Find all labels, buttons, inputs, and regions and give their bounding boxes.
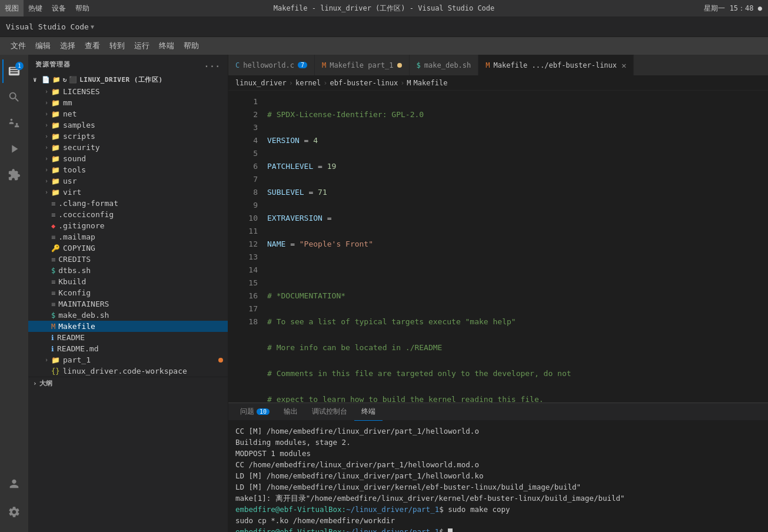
bc-sep3: › — [400, 79, 404, 87]
menu-help[interactable]: 帮助 — [71, 0, 94, 16]
tree-item-cocciconfig[interactable]: › ≡ .cocciconfig — [28, 209, 228, 220]
tree-item-usr[interactable]: › 📁 usr — [28, 175, 228, 187]
tree-item-credits[interactable]: › ≡ CREDITS — [28, 254, 228, 265]
code-content[interactable]: # SPDX-License-Identifier: GPL-2.0 VERSI… — [258, 91, 768, 403]
sidebar-bottom: › 大纲 — [28, 377, 228, 390]
workspace-action-new-file[interactable]: 📄 — [42, 76, 50, 84]
line-num-10: 10 — [233, 212, 258, 225]
tab-close-icon[interactable]: ✕ — [621, 61, 626, 70]
term-line-3: MODPOST 1 modules — [235, 448, 761, 459]
problems-badge: 10 — [257, 408, 270, 415]
menu-terminal[interactable]: 终端 — [154, 37, 179, 55]
tab-makefile-active[interactable]: M Makefile .../ebf-buster-linux ✕ — [478, 55, 634, 75]
tree-item-label: .mailmap — [58, 232, 95, 241]
code-line-6: NAME = "People's Front" — [267, 238, 759, 251]
folder-icon: 📁 — [51, 88, 60, 96]
tree-item-licenses[interactable]: › 📁 LICENSES — [28, 86, 228, 97]
tree-item-copying[interactable]: › 🔑 COPYING — [28, 242, 228, 254]
tree-item-net[interactable]: › 📁 net — [28, 108, 228, 119]
tree-item-clang-format[interactable]: › ≡ .clang-format — [28, 198, 228, 209]
line-num-3: 3 — [233, 121, 258, 134]
tree-item-scripts[interactable]: › 📁 scripts — [28, 131, 228, 142]
tree-item-virt[interactable]: › 📁 virt — [28, 187, 228, 198]
bc-ebf[interactable]: ebf-buster-linux — [330, 79, 398, 87]
tab-debug-console[interactable]: 调试控制台 — [305, 403, 354, 421]
tree-item-workspace[interactable]: › {} linux_driver.code-workspace — [28, 365, 228, 377]
menu-hotkey[interactable]: 热键 — [24, 0, 47, 16]
menu-goto[interactable]: 转到 — [105, 37, 129, 55]
code-line-10: # More info can be located in ./README — [267, 341, 759, 354]
activity-search[interactable] — [2, 85, 26, 109]
activity-explorer[interactable]: 1 — [2, 59, 26, 83]
activity-run[interactable] — [2, 137, 26, 161]
tree-item-kbuild[interactable]: › ≡ Kbuild — [28, 276, 228, 287]
line-num-9: 9 — [233, 199, 258, 212]
outline-section[interactable]: › 大纲 — [28, 377, 228, 390]
code-span: VERSION — [267, 136, 300, 145]
menu-device[interactable]: 设备 — [47, 0, 71, 16]
tab-terminal[interactable]: 终端 — [354, 403, 383, 421]
menu-view[interactable]: 查看 — [80, 37, 105, 55]
tree-item-make-deb[interactable]: › $ make_deb.sh — [28, 310, 228, 321]
code-line-11: # Comments in this file are targeted onl… — [267, 367, 759, 380]
tree-item-label: .cocciconfig — [58, 210, 114, 219]
line-num-5: 5 — [233, 147, 258, 160]
workspace-action-collapse[interactable]: ⬛ — [69, 76, 77, 84]
tree-item-mailmap[interactable]: › ≡ .mailmap — [28, 231, 228, 242]
tree-item-mm[interactable]: › 📁 mm — [28, 97, 228, 108]
activity-source-control[interactable] — [2, 111, 26, 135]
tab-makefile-part1[interactable]: M Makefile part_1 — [315, 55, 410, 75]
code-line-3: PATCHLEVEL = 19 — [267, 160, 759, 173]
term-path: ~/linux_driver/part_1 — [346, 505, 439, 514]
menu-help-item[interactable]: 帮助 — [179, 37, 204, 55]
code-span: # Comments in this file are targeted onl… — [267, 369, 571, 378]
tree-item-security[interactable]: › 📁 security — [28, 142, 228, 153]
tree-item-readme-md[interactable]: › ℹ README.md — [28, 343, 228, 354]
activity-account[interactable] — [2, 472, 26, 496]
sidebar-tree: ∨ 📄 📁 ↻ ⬛ LINUX_DRIVER (工作区) › 📁 LICENSE… — [28, 74, 228, 532]
tree-item-dtbs[interactable]: › $ dtbs.sh — [28, 265, 228, 276]
activity-bar-bottom — [2, 472, 26, 526]
tab-helloworld[interactable]: C helloworld.c 7 — [228, 55, 315, 75]
tree-item-label: README.md — [57, 344, 98, 353]
menu-bar[interactable]: 文件 编辑 选择 查看 转到 运行 终端 帮助 — [0, 37, 768, 55]
term-line-8: embedfire@ebf-VirtualBox:~/linux_driver/… — [235, 504, 761, 515]
menu-file[interactable]: 文件 — [6, 37, 31, 55]
tree-item-label: CREDITS — [58, 255, 91, 264]
terminal-content[interactable]: CC [M] /home/embedfire/linux_driver/part… — [228, 421, 768, 532]
activity-extensions[interactable] — [2, 163, 26, 187]
tree-item-readme[interactable]: › ℹ README — [28, 332, 228, 343]
tree-item-tools[interactable]: › 📁 tools — [28, 164, 228, 175]
bc-kernel[interactable]: kernel — [295, 79, 321, 87]
tree-item-makefile[interactable]: › M Makefile — [28, 321, 228, 332]
tree-item-samples[interactable]: › 📁 samples — [28, 119, 228, 131]
tab-output[interactable]: 输出 — [277, 403, 305, 421]
tree-item-maintainers[interactable]: › ≡ MAINTAINERS — [28, 298, 228, 310]
menu-select[interactable]: 选择 — [55, 37, 80, 55]
sidebar-dots[interactable]: ... — [204, 59, 221, 69]
menu-run[interactable]: 运行 — [129, 37, 154, 55]
bc-linux-driver[interactable]: linux_driver — [235, 79, 287, 87]
tab-problems[interactable]: 问题 10 — [233, 403, 277, 421]
tab-make-deb[interactable]: $ make_deb.sh — [410, 55, 479, 75]
menu-view[interactable]: 视图 — [0, 0, 24, 16]
term-line-6: LD [M] /home/embedfire/linux_driver/kern… — [235, 481, 761, 493]
output-label: 输出 — [284, 407, 298, 417]
tree-item-part1[interactable]: › 📁 part_1 — [28, 354, 228, 365]
tree-item-kconfig[interactable]: › ≡ Kconfig — [28, 287, 228, 298]
menu-edit[interactable]: 编辑 — [31, 37, 55, 55]
app-name[interactable]: Visual Studio Code — [6, 22, 89, 31]
workspace-root[interactable]: ∨ 📄 📁 ↻ ⬛ LINUX_DRIVER (工作区) — [28, 74, 228, 86]
line-num-14: 14 — [233, 264, 258, 277]
code-span: = — [285, 240, 299, 248]
code-span: # *DOCUMENTATION* — [267, 291, 345, 300]
line-num-16: 16 — [233, 290, 258, 302]
tree-item-gitignore[interactable]: › ◆ .gitignore — [28, 220, 228, 231]
top-menu[interactable]: 视图 热键 设备 帮助 — [0, 0, 94, 16]
activity-bar: 1 — [0, 55, 28, 532]
workspace-action-refresh[interactable]: ↻ — [63, 76, 67, 84]
activity-settings[interactable] — [2, 500, 26, 524]
workspace-action-new-folder[interactable]: 📁 — [52, 76, 61, 84]
app-chevron-icon[interactable]: ▼ — [91, 24, 94, 30]
tree-item-sound[interactable]: › 📁 sound — [28, 153, 228, 164]
